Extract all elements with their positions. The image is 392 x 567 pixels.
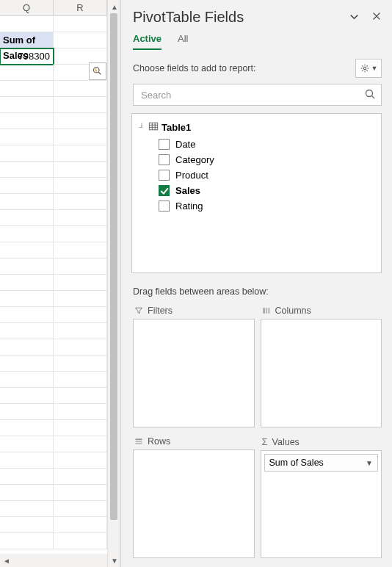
- rows-area: Rows: [133, 433, 255, 558]
- svg-line-4: [372, 96, 375, 99]
- svg-point-2: [363, 67, 366, 70]
- columns-icon: [262, 306, 271, 315]
- gear-icon: [360, 63, 370, 73]
- columns-title: Columns: [275, 306, 311, 316]
- column-header-q[interactable]: Q: [0, 0, 54, 15]
- scrollbar-thumb[interactable]: [110, 13, 117, 520]
- scroll-left-icon[interactable]: ◄: [0, 554, 13, 567]
- rows-title: Rows: [148, 436, 170, 447]
- svg-point-3: [366, 90, 373, 97]
- column-header-r[interactable]: R: [54, 0, 107, 15]
- svg-rect-11: [265, 308, 266, 314]
- value-chip-label: Sum of Sales: [269, 458, 324, 468]
- collapse-pane-button[interactable]: [349, 11, 360, 24]
- values-dropzone[interactable]: Sum of Sales ▼: [261, 450, 382, 558]
- checkbox-product[interactable]: [159, 170, 170, 181]
- sheet-horizontal-scroll[interactable]: ◄: [0, 554, 107, 567]
- columns-area: Columns: [261, 303, 382, 427]
- pivot-value-cell[interactable]: 798300: [0, 48, 54, 65]
- field-label: Category: [175, 154, 214, 165]
- svg-rect-12: [268, 308, 269, 314]
- svg-rect-10: [263, 308, 264, 314]
- pivottable-fields-pane: PivotTable Fields Active All Choose fiel…: [120, 0, 392, 567]
- svg-rect-5: [149, 123, 157, 130]
- rows-icon: [134, 437, 143, 446]
- field-label: Date: [175, 139, 195, 150]
- column-headers: Q R: [0, 0, 107, 16]
- checkbox-rating[interactable]: [159, 201, 170, 212]
- sigma-icon: Σ: [262, 436, 268, 447]
- drop-areas: Filters Columns Rows Σ Values: [121, 303, 392, 567]
- empty-cells[interactable]: [0, 65, 107, 549]
- svg-rect-13: [136, 438, 142, 440]
- filters-area: Filters: [133, 303, 255, 427]
- field-item-product[interactable]: Product: [138, 167, 375, 183]
- filter-icon: [134, 306, 143, 315]
- vertical-scrollbar[interactable]: ▲ ▼: [107, 0, 120, 567]
- pane-title: PivotTable Fields: [133, 9, 244, 26]
- collapse-table-icon[interactable]: ┘: [138, 123, 145, 131]
- quick-analysis-button[interactable]: [89, 62, 106, 80]
- columns-dropzone[interactable]: [261, 319, 382, 427]
- layout-options-button[interactable]: ▼: [355, 59, 382, 78]
- spreadsheet-area: Q R Sum of Sales 798300: [0, 0, 107, 567]
- close-pane-button[interactable]: [371, 11, 382, 24]
- lightning-search-icon: [92, 66, 103, 76]
- search-input[interactable]: [133, 84, 382, 106]
- field-label: Product: [175, 170, 208, 181]
- scroll-up-icon[interactable]: ▲: [108, 0, 121, 13]
- checkbox-sales[interactable]: [159, 185, 170, 196]
- scroll-down-icon[interactable]: ▼: [108, 554, 121, 567]
- table-node[interactable]: ┘ Table1: [138, 121, 375, 134]
- fields-list[interactable]: ┘ Table1 Date Category Product Sales Rat…: [131, 113, 382, 273]
- field-label: Sales: [175, 185, 200, 196]
- table-icon: [148, 121, 159, 134]
- caret-down-icon: ▼: [371, 65, 378, 72]
- svg-rect-14: [136, 441, 142, 442]
- field-item-category[interactable]: Category: [138, 152, 375, 167]
- values-area: Σ Values Sum of Sales ▼: [261, 433, 382, 558]
- rows-dropzone[interactable]: [133, 449, 255, 558]
- tab-active[interactable]: Active: [133, 33, 161, 50]
- pivot-header-cell[interactable]: Sum of Sales: [0, 32, 54, 48]
- choose-fields-label: Choose fields to add to report:: [133, 63, 255, 73]
- tab-all[interactable]: All: [178, 33, 188, 50]
- field-item-rating[interactable]: Rating: [138, 198, 375, 214]
- values-item-sum-of-sales[interactable]: Sum of Sales ▼: [264, 454, 379, 472]
- field-label: Rating: [175, 201, 203, 212]
- close-icon: [371, 11, 382, 21]
- filters-title: Filters: [148, 306, 173, 316]
- field-item-sales[interactable]: Sales: [138, 183, 375, 198]
- filters-dropzone[interactable]: [133, 319, 255, 427]
- checkbox-category[interactable]: [159, 154, 170, 165]
- drag-areas-label: Drag fields between areas below:: [121, 273, 392, 303]
- values-title: Values: [272, 437, 300, 447]
- checkbox-date[interactable]: [159, 139, 170, 150]
- chevron-down-icon: [349, 11, 360, 22]
- svg-line-1: [98, 72, 101, 74]
- field-item-date[interactable]: Date: [138, 137, 375, 152]
- field-tabs: Active All: [121, 30, 392, 50]
- table-name: Table1: [161, 122, 191, 133]
- search-icon: [364, 88, 376, 103]
- caret-down-icon: ▼: [366, 459, 373, 467]
- svg-rect-15: [136, 443, 142, 444]
